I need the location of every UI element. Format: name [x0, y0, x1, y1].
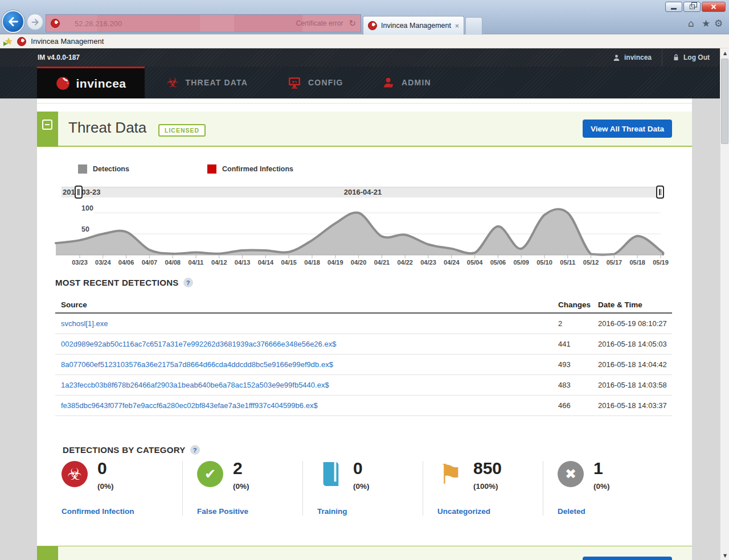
source-link[interactable]: 002d989e92ab50c116ac7c6517a31e7e992262d3…	[55, 340, 558, 348]
svg-text:04/19: 04/19	[327, 259, 343, 266]
category-label[interactable]: Confirmed Infection	[62, 507, 182, 516]
svg-text:04/21: 04/21	[374, 259, 390, 266]
view-all-threat-data-button[interactable]: View All Threat Data	[583, 120, 672, 138]
date-range-slider[interactable]: 2016-03-23 2016-04-21	[62, 187, 664, 197]
collapse-icon	[42, 120, 52, 130]
scroll-down-icon[interactable]: ▼	[720, 551, 729, 560]
source-link[interactable]: 1a23feccb03b8f678b26466af2903a1beab640be…	[55, 381, 558, 389]
biohazard-icon: ☣	[62, 461, 88, 487]
brand-name: invincea	[76, 77, 126, 90]
favorites-star-icon[interactable]: ★	[702, 19, 710, 28]
browser-tab[interactable]: Invincea Management	[363, 16, 464, 35]
svg-text:04/23: 04/23	[420, 259, 436, 266]
category-card: ⚑850(100%)Uncategorized	[423, 461, 543, 516]
flag-icon: ⚑	[437, 461, 464, 487]
svg-text:05/11: 05/11	[560, 259, 575, 266]
invincea-logo[interactable]: invincea	[37, 67, 145, 98]
datetime-value: 2016-05-18 14:03:58	[598, 381, 672, 389]
tab-close-icon[interactable]	[455, 23, 459, 28]
home-icon[interactable]: ⌂	[688, 19, 694, 28]
column-changes: Changes	[558, 300, 598, 309]
help-icon[interactable]: ?	[183, 278, 193, 287]
category-stats: ☣0(0%)	[62, 461, 182, 491]
x-circle-icon: ✖	[558, 461, 584, 487]
svg-text:04/08: 04/08	[165, 259, 181, 266]
favorites-bar: ★ Invincea Management	[0, 35, 729, 48]
next-panel-header	[37, 546, 692, 560]
slider-right-handle[interactable]	[656, 186, 664, 199]
logout-button[interactable]: Log Out	[662, 48, 720, 67]
nav-threat-data[interactable]: ☣ THREAT DATA	[166, 67, 248, 98]
settings-gear-icon[interactable]: ⚙	[714, 19, 723, 28]
slider-left-handle[interactable]	[75, 186, 83, 199]
window-controls	[665, 2, 726, 12]
svg-text:04/13: 04/13	[235, 259, 251, 266]
svg-text:05/17: 05/17	[607, 259, 622, 266]
source-link[interactable]: 8a077060ef5123103576a36e2175a7d8664d66cd…	[55, 360, 558, 369]
app-version: IM v4.0.0-187	[38, 53, 80, 61]
username: invincea	[624, 53, 652, 61]
category-card: ✔2(0%)False Positive	[182, 461, 302, 516]
logout-label: Log Out	[683, 53, 710, 61]
category-percent: (0%)	[353, 482, 370, 491]
category-count: 2	[233, 460, 249, 477]
svg-text:100: 100	[81, 204, 93, 212]
table-header-row: Source Changes Date & Time	[55, 297, 672, 314]
scroll-up-icon[interactable]: ▲	[720, 48, 729, 57]
svg-text:05/04: 05/04	[467, 259, 483, 266]
threat-data-panel-header: Threat Data LICENSED View All Threat Dat…	[37, 112, 692, 147]
tab-title: Invincea Management	[381, 22, 451, 30]
category-stats: ⚑850(100%)	[437, 461, 543, 491]
svg-text:03/23: 03/23	[72, 259, 88, 266]
content-top-border	[37, 103, 692, 104]
address-bar[interactable]: 52.28.216.200 Certificate error ↻	[46, 14, 361, 32]
browser-window: 52.28.216.200 Certificate error ↻ Invinc…	[0, 0, 729, 560]
new-tab-button[interactable]	[465, 17, 482, 35]
refresh-icon[interactable]: ↻	[349, 18, 356, 28]
detections-area-chart: 5010003/2303/2404/0604/0704/0804/1104/12…	[55, 202, 675, 267]
scrollbar-thumb[interactable]	[721, 59, 728, 144]
licensed-badge: LICENSED	[158, 124, 206, 137]
svg-text:05/12: 05/12	[583, 259, 599, 266]
category-label[interactable]: False Positive	[197, 507, 302, 516]
restore-button[interactable]	[683, 2, 701, 12]
category-label[interactable]: Training	[317, 507, 423, 516]
table-row: svchosl[1].exe22016-05-19 08:10:27	[55, 314, 672, 334]
category-percent: (100%)	[473, 482, 502, 491]
svg-text:03/24: 03/24	[95, 259, 111, 266]
legend-label: Detections	[93, 165, 129, 173]
category-label[interactable]: Uncategorized	[437, 507, 543, 516]
partial-button[interactable]	[583, 557, 672, 560]
category-label[interactable]: Deleted	[558, 507, 672, 516]
nav-admin[interactable]: ADMIN	[383, 67, 431, 98]
datetime-value: 2016-05-18 14:03:37	[598, 401, 672, 410]
add-favorite-icon[interactable]: ★	[5, 36, 13, 47]
address-bar-shade	[234, 15, 302, 32]
panel-side-tab[interactable]	[37, 546, 58, 560]
tab-favicon-icon	[368, 21, 377, 30]
check-icon: ✔	[197, 461, 223, 487]
source-link[interactable]: fe385dbc9643f077feb7e9accf6a280ec02bf843…	[55, 401, 558, 410]
category-percent: (0%)	[97, 482, 114, 491]
category-count: 0	[353, 460, 370, 477]
category-percent: (0%)	[233, 482, 249, 491]
back-button[interactable]	[2, 10, 24, 33]
changes-value: 2	[558, 319, 598, 328]
close-x-icon	[711, 4, 716, 10]
nav-config[interactable]: CONFIG	[288, 67, 343, 98]
minimize-button[interactable]	[665, 2, 682, 12]
source-link[interactable]: svchosl[1].exe	[55, 319, 558, 328]
category-stats: ✖1(0%)	[558, 461, 672, 491]
vertical-scrollbar[interactable]: ▲ ▼	[720, 48, 729, 560]
certificate-error-label[interactable]: Certificate error	[296, 19, 343, 27]
svg-text:04/22: 04/22	[397, 259, 413, 266]
user-menu[interactable]: invincea	[603, 48, 662, 67]
panel-side-tab[interactable]	[37, 112, 58, 147]
svg-text:05/18: 05/18	[629, 259, 645, 266]
help-icon[interactable]: ?	[190, 445, 200, 455]
table-row: fe385dbc9643f077feb7e9accf6a280ec02bf843…	[55, 396, 672, 416]
close-button[interactable]	[702, 2, 726, 12]
svg-text:04/11: 04/11	[189, 259, 204, 266]
favorite-item[interactable]: Invincea Management	[31, 37, 104, 46]
forward-button[interactable]	[27, 14, 43, 30]
